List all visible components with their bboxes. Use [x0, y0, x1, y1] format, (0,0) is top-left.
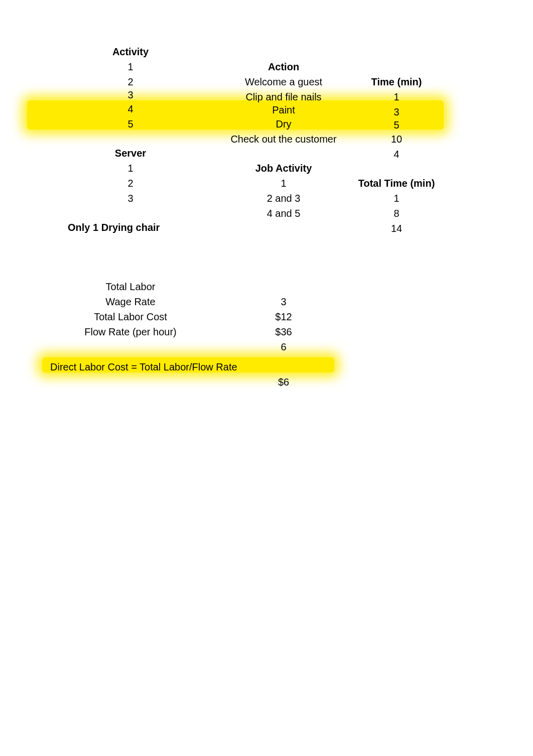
wage-rate-label: Wage Rate: [43, 294, 218, 309]
drying-chair-note: Only 1 Drying chair: [43, 220, 218, 235]
costs-row: Direct Labor Cost = Total Labor/Flow Rat…: [0, 359, 533, 374]
total-labor-cost-label: Total Labor Cost: [43, 309, 218, 324]
server-header-server: Server: [43, 146, 218, 161]
activity-id: 5: [43, 116, 218, 132]
server-job: 2 and 3: [218, 191, 349, 206]
activity-time: 10: [349, 132, 444, 147]
server-header-total: Total Time (min): [349, 176, 444, 191]
activity-time: 5: [349, 117, 444, 133]
activity-header-time: Time (min): [349, 74, 444, 89]
server-totaltime: 1: [349, 191, 444, 206]
flow-rate-value: 6: [218, 339, 349, 354]
activity-id: 1: [43, 59, 218, 74]
server-id: 1: [43, 161, 218, 176]
activity-header-action: Action: [218, 59, 349, 74]
activity-time: 1: [349, 89, 444, 104]
activity-action: Paint: [218, 102, 349, 117]
activity-action: Check out the customer: [218, 132, 349, 147]
activity-action: Dry: [218, 116, 349, 132]
wage-rate-value: $12: [218, 309, 349, 324]
total-labor-label: Total Labor: [43, 279, 218, 294]
direct-labor-cost-value: $6: [218, 374, 349, 390]
activity-id: 3: [43, 87, 218, 102]
activity-header-activity: Activity: [43, 44, 218, 59]
drying-chair-note-row: Only 1 Drying chair: [0, 220, 533, 235]
server-job: 1: [218, 176, 349, 191]
server-header-job: Job Activity: [218, 161, 349, 176]
server-table-header: Server Job Activity Total Time (min): [0, 146, 533, 161]
server-totaltime: 8: [349, 206, 444, 221]
server-id: 2: [43, 176, 218, 191]
costs-row: Total Labor 3: [0, 279, 533, 294]
activity-table-header: Activity Action Time (min): [0, 44, 533, 59]
server-job: 4 and 5: [218, 206, 349, 221]
activity-time: 4: [349, 147, 444, 162]
activity-id: 4: [43, 101, 218, 116]
total-labor-value: 3: [218, 294, 349, 309]
server-id: 3: [43, 191, 218, 206]
direct-labor-cost-label: Direct Labor Cost = Total Labor/Flow Rat…: [43, 359, 258, 374]
server-totaltime: 14: [349, 221, 444, 236]
activity-action: Welcome a guest: [218, 74, 349, 89]
total-labor-cost-value: $36: [218, 324, 349, 339]
flow-rate-label: Flow Rate (per hour): [43, 324, 218, 339]
